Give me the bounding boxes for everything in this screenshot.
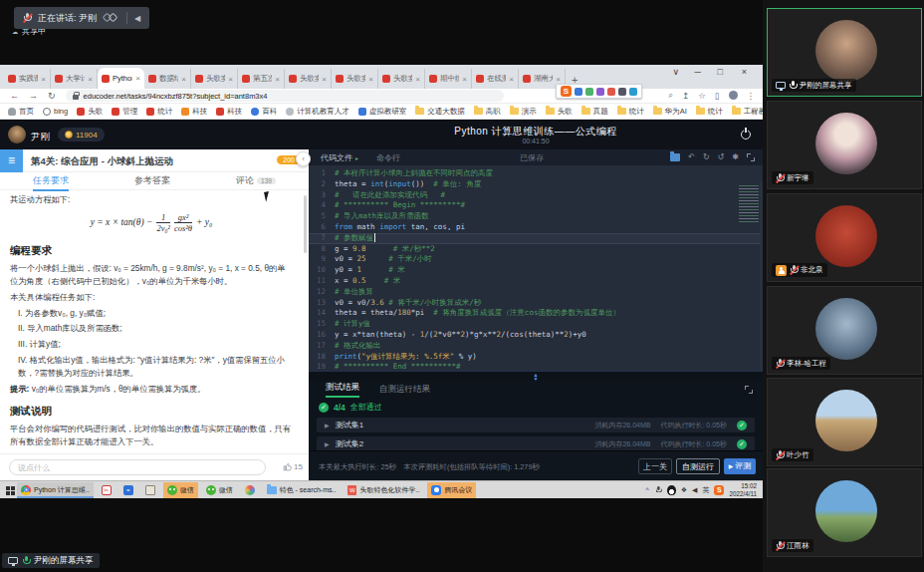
- sogou-tray-icon[interactable]: S: [714, 485, 724, 495]
- settings-gear-icon[interactable]: ✱: [732, 152, 739, 161]
- forward-icon[interactable]: →: [29, 91, 38, 101]
- bookmark-star-icon[interactable]: ☆: [698, 91, 706, 101]
- test-set-row[interactable]: ▶测试集1消耗内存26.04MB代码执行时长: 0.05秒✓: [317, 418, 755, 432]
- code-line[interactable]: 8g = 9.8 # 米/秒**2: [309, 244, 763, 255]
- panel-collapse-handle[interactable]: ‹: [296, 151, 311, 166]
- bookmark-item[interactable]: 统计: [617, 107, 644, 117]
- volume-icon[interactable]: ◀: [692, 486, 697, 494]
- maximize-icon[interactable]: □: [718, 67, 723, 77]
- bookmarks-overflow-icon[interactable]: »: [752, 107, 757, 117]
- expand-arrow-icon[interactable]: ▶: [325, 422, 330, 429]
- evaluate-button[interactable]: ▶评测: [724, 458, 756, 474]
- reload-icon[interactable]: ↻: [48, 91, 56, 101]
- bookmark-item[interactable]: 高职: [474, 107, 501, 117]
- code-line[interactable]: 1# 本程序计算小球向上斜抛在不同时间点的高度: [309, 168, 763, 179]
- code-line[interactable]: 4# ********** Begin *********#: [309, 200, 763, 211]
- code-line[interactable]: 9v0 = 25 # 千米/小时: [309, 254, 763, 265]
- network-icon[interactable]: ❖: [681, 486, 687, 494]
- start-button-icon[interactable]: [6, 486, 10, 490]
- undo-icon[interactable]: ↶: [688, 152, 695, 161]
- tab-test-results[interactable]: 测试结果: [326, 382, 359, 398]
- tab-close-icon[interactable]: ×: [181, 75, 186, 84]
- bookmark-item[interactable]: 虚拟教研室: [358, 107, 407, 117]
- reset-icon[interactable]: ↻: [703, 152, 710, 161]
- code-line[interactable]: 16y = x*tan(theta) - 1/(2*v0**2)*g*x**2/…: [309, 330, 763, 341]
- back-icon[interactable]: ←: [10, 91, 19, 101]
- taskbar-wechat-button[interactable]: 微信: [202, 482, 237, 498]
- expand-panel-icon[interactable]: [745, 386, 753, 394]
- input-language[interactable]: 英: [702, 485, 709, 495]
- browser-tab[interactable]: Python×: [98, 68, 144, 89]
- bookmark-item[interactable]: 管理: [112, 107, 137, 117]
- taskbar-chrome-button[interactable]: Python 计算思维..: [17, 482, 94, 498]
- code-line[interactable]: 12# 单位换算: [309, 287, 763, 298]
- qq-icon[interactable]: [667, 485, 676, 495]
- taskbar-word-button[interactable]: W头歌特色化软件学..: [344, 482, 423, 498]
- keyboard-icon[interactable]: [618, 88, 626, 96]
- tray-mic-icon[interactable]: [655, 486, 661, 494]
- taskbar-wechat-button[interactable]: 微信: [163, 482, 198, 498]
- code-line[interactable]: 5# 导入math库以及所需函数: [309, 211, 763, 222]
- menu-hamburger-icon[interactable]: ≡: [0, 149, 23, 172]
- taskbar-paint-button[interactable]: [241, 482, 259, 498]
- tab-close-icon[interactable]: ×: [462, 75, 467, 84]
- user-name[interactable]: 尹刚: [31, 131, 50, 143]
- voice-icon[interactable]: [596, 88, 604, 96]
- settings-grid-icon[interactable]: [629, 88, 637, 96]
- browser-tab[interactable]: 第五次×: [238, 69, 285, 89]
- profile-avatar[interactable]: [729, 91, 738, 100]
- browser-tab[interactable]: 期中统×: [425, 69, 472, 89]
- bookmark-item[interactable]: 头歌: [546, 107, 573, 117]
- participant-tile[interactable]: 尹刚的屏幕共享: [767, 8, 922, 97]
- code-line[interactable]: 6from math import tan, cos, pi: [309, 222, 763, 233]
- expand-arrow-icon[interactable]: ▶: [325, 440, 330, 447]
- code-line[interactable]: 17# 格式化输出: [309, 341, 763, 352]
- code-line[interactable]: 15# 计算y值: [309, 319, 763, 330]
- taskbar-note-button[interactable]: [141, 482, 159, 498]
- tab-comments[interactable]: 评论 139: [236, 174, 276, 187]
- tab-answer[interactable]: 参考答案: [134, 174, 170, 187]
- input-mode-icon[interactable]: [575, 88, 582, 96]
- browser-tab[interactable]: 在线测×: [472, 69, 519, 89]
- side-panel-icon[interactable]: ▯: [715, 91, 720, 101]
- browser-tab[interactable]: 头歌实×: [285, 69, 332, 89]
- code-line[interactable]: 7# 参数赋值: [309, 233, 763, 244]
- previous-stage-button[interactable]: 上一关: [638, 458, 672, 474]
- bookmark-item[interactable]: bing: [43, 107, 68, 116]
- close-icon[interactable]: ×: [742, 67, 747, 77]
- task-panel-scrollbar[interactable]: [304, 195, 307, 253]
- code-line[interactable]: 19# ********** End **********#: [309, 362, 763, 371]
- code-line[interactable]: 13v0 = v0/3.6 # 将千米/小时换算成米/秒: [309, 298, 763, 309]
- taskbar-meeting-button[interactable]: 腾讯会议: [427, 482, 476, 498]
- taskbar-snip-button[interactable]: ✂: [98, 482, 116, 498]
- self-test-button[interactable]: 自测运行: [676, 458, 720, 474]
- meeting-float-bar[interactable]: 正在讲话: 尹刚 ◀: [14, 7, 149, 29]
- bookmark-item[interactable]: 统计: [696, 107, 723, 117]
- tab-close-icon[interactable]: ×: [88, 75, 93, 84]
- browser-tab[interactable]: 头歌实×: [332, 69, 378, 89]
- code-line[interactable]: 2theta = int(input()) # 单位: 角度: [309, 179, 763, 190]
- emoji-icon[interactable]: [585, 88, 593, 96]
- share-icon[interactable]: ↥: [682, 91, 689, 101]
- tab-self-run-results[interactable]: 自测运行结果: [379, 384, 430, 396]
- file-tree-icon[interactable]: [670, 153, 680, 161]
- tab-code-file[interactable]: 代码文件▸: [321, 152, 358, 163]
- bookmark-item[interactable]: 百科: [251, 107, 277, 117]
- taskbar-clock[interactable]: 15:02 2022/4/11: [729, 482, 759, 498]
- tab-close-icon[interactable]: ×: [415, 75, 420, 84]
- collapse-arrow-icon[interactable]: ◀: [134, 14, 140, 23]
- bookmark-item[interactable]: 交通大数据: [415, 107, 465, 117]
- test-set-row[interactable]: ▶测试集2消耗内存26.04MB代码执行时长: 0.05秒✓: [317, 436, 755, 451]
- editor-minimap[interactable]: [739, 185, 759, 223]
- address-bar[interactable]: educoder.net/tasks/94ncxbzf875t?subject_…: [66, 90, 504, 102]
- fullscreen-icon[interactable]: [747, 153, 755, 161]
- tab-requirements[interactable]: 任务要求: [33, 174, 69, 191]
- tab-close-icon[interactable]: ×: [228, 75, 233, 84]
- code-line[interactable]: 14theta = theta/180*pi # 将角度换算成弧度（注意cos函…: [309, 308, 763, 319]
- code-line[interactable]: 3# 请在此处添加实现代码 #: [309, 190, 763, 201]
- bookmark-item[interactable]: 计算机教育人才: [286, 107, 349, 117]
- bookmark-item[interactable]: 科技: [216, 107, 242, 117]
- bookmark-item[interactable]: 华为AI: [653, 107, 687, 117]
- bookmark-item[interactable]: 头歌: [77, 107, 103, 117]
- user-avatar[interactable]: [8, 126, 26, 143]
